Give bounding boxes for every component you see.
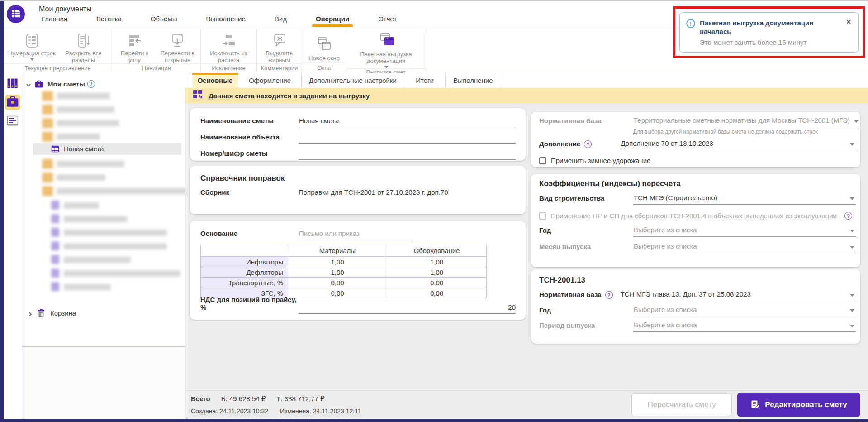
tree-root-label[interactable]: Мои сметы [47,80,85,88]
menu-bar: Главная Вставка Объёмы Выполнение Вид Оп… [40,13,398,29]
cell-value[interactable]: 0,00 [288,288,387,298]
help-icon[interactable]: ? [844,212,852,220]
vat-label: НДС для позиций по прайсу, % [200,296,299,314]
winter-checkbox[interactable] [539,157,546,164]
year-dropdown[interactable]: Выберите из списка [633,226,856,237]
selected-estimate-label[interactable]: Новая смета [64,145,104,153]
exclude-from-calc-button[interactable]: Исключить из расчета [204,32,254,63]
toolbar-group-label: Комментарии [257,63,302,72]
menu-item-vstavka[interactable]: Вставка [95,15,123,27]
menu-item-vid[interactable]: Вид [273,15,289,27]
edit-document-icon [750,400,760,410]
tsn13-period-dropdown[interactable]: Выберите из списка [633,321,856,332]
redacted-tree-item[interactable] [22,172,185,183]
help-icon[interactable]: ? [584,140,592,148]
vat-value[interactable]: 20 [299,303,516,314]
row-label: Транспортные, % [201,278,288,288]
normative-base-card: Нормативная база Территориальные сметные… [531,112,860,167]
toolbar-group-exclusion: Исключить из расчета Исключение [201,29,257,72]
redacted-tree-item[interactable] [22,90,185,102]
collection-value[interactable]: Поправки для ТСН-2001 от 27.10.2023 г. д… [299,188,448,196]
cell-value[interactable]: 1,00 [387,257,487,267]
menu-item-obemy[interactable]: Объёмы [149,15,179,27]
object-name-input[interactable] [299,133,516,144]
nr-sp-checkbox[interactable] [539,212,546,220]
tree-item-selected[interactable]: Новая смета [22,143,185,155]
recalculate-button[interactable]: Пересчитать смету [631,393,732,416]
redacted-tree-item[interactable] [22,200,185,211]
bold-highlight-button[interactable]: Ж Выделить жирным [259,32,300,63]
redacted-tree-item[interactable] [22,131,185,143]
tsn13-base-dropdown[interactable]: ТСН МГЭ глава 13. Доп. 37 от 25.08.2023 [620,290,856,301]
documents-view-icon[interactable] [5,114,20,129]
redacted-tree-item[interactable] [22,254,185,266]
batch-export-button[interactable]: Пакетная выгрузка документации [349,32,424,68]
cell-value[interactable]: 1,00 [387,267,487,278]
card-title: ТСН-2001.13 [539,276,856,285]
exclude-from-calc-icon [221,32,237,50]
cell-value[interactable]: 1,00 [288,267,387,278]
estimates-view-icon[interactable] [5,95,20,110]
redacted-tree-item[interactable] [22,227,185,239]
move-to-open-button[interactable]: Перенести в открытые [156,32,199,63]
construction-type-dropdown[interactable]: ТСН МГЭ (Строительство) [633,194,856,205]
menu-item-glavnaya[interactable]: Главная [40,15,69,27]
basis-input[interactable] [299,230,412,240]
estimate-table-icon [51,145,59,155]
move-to-open-icon [170,32,185,50]
toolbar-group-label: Окна [302,62,346,72]
library-view-icon[interactable] [5,76,20,91]
tree-root-row[interactable]: Мои сметы i [22,78,185,90]
tsn13-period-label: Период выпуска [539,321,633,332]
redacted-tree-item[interactable] [22,281,185,293]
menu-item-vypolnenie[interactable]: Выполнение [204,15,247,27]
addition-dropdown[interactable]: Дополнение 70 от 13.10.2023 [620,139,856,150]
info-icon[interactable]: i [87,80,95,88]
month-dropdown[interactable]: Выберите из списка [633,242,856,253]
tab-vypolnenie[interactable]: Выполнение [446,73,501,88]
expand-all-sections-button[interactable]: Раскрыть все разделы [58,32,109,63]
estimate-tabbar: Основные Оформление Дополнительные настр… [185,73,868,88]
cell-value[interactable]: 0,00 [387,288,487,298]
redacted-tree-item[interactable] [22,268,185,279]
app-logo-icon[interactable] [6,5,25,24]
cell-value[interactable]: 0,00 [288,278,387,288]
trash-row[interactable]: Корзина [22,307,185,319]
toast-title: Пакетная выгрузка документации началась [700,19,835,36]
cell-value[interactable]: 0,00 [387,278,487,288]
new-window-icon [316,33,332,55]
chevron-right-icon[interactable] [28,311,33,319]
normative-base-dropdown[interactable]: Территориальные сметные нормативы для Мо… [633,116,860,127]
help-icon[interactable]: ? [605,291,613,299]
banner-text: Данная смета находится в задании на выгр… [209,92,370,100]
row-numbering-button[interactable]: Нумерация строк [6,32,58,61]
tab-oformlenie[interactable]: Оформление [238,73,302,88]
menu-item-otchet[interactable]: Отчет [376,15,398,27]
tab-osnovnye[interactable]: Основные [192,73,238,88]
estimate-name-input[interactable] [299,117,516,127]
close-icon[interactable]: ✕ [846,19,852,36]
addition-label: Дополнение [539,140,584,150]
redacted-tree-item[interactable] [22,158,185,170]
main-panel: Основные Оформление Дополнительные настр… [185,73,868,419]
estimate-number-input[interactable] [299,149,516,160]
chevron-down-icon[interactable] [26,82,31,90]
trash-label[interactable]: Корзина [50,309,76,317]
tab-dop-nastroyki[interactable]: Дополнительные настройки [302,73,404,88]
tab-itogi[interactable]: Итоги [404,73,446,88]
edit-estimate-button[interactable]: Редактировать смету [737,393,860,417]
new-window-button[interactable]: Новое окно [304,33,345,62]
footer-bar: Всего Б: 49 628,54 ₽ Т: 338 712,77 ₽ Соз… [185,390,868,419]
redacted-tree-item[interactable] [22,240,185,252]
corrections-card: Справочник поправок Сборник Поправки для… [190,166,526,214]
menu-item-operacii[interactable]: Операции [314,15,351,27]
redacted-tree-item[interactable] [22,185,185,197]
tsn13-year-dropdown[interactable]: Выберите из списка [633,306,856,316]
redacted-tree-item[interactable] [22,117,185,129]
estimates-tree: Мои сметы i Новая смета [22,73,185,419]
notification-toast: ! Пакетная выгрузка документации началас… [679,12,859,53]
go-to-node-button[interactable]: Перейти к узлу [114,32,156,63]
redacted-tree-item[interactable] [22,213,185,225]
cell-value[interactable]: 1,00 [288,257,387,267]
redacted-tree-item[interactable] [22,104,185,115]
